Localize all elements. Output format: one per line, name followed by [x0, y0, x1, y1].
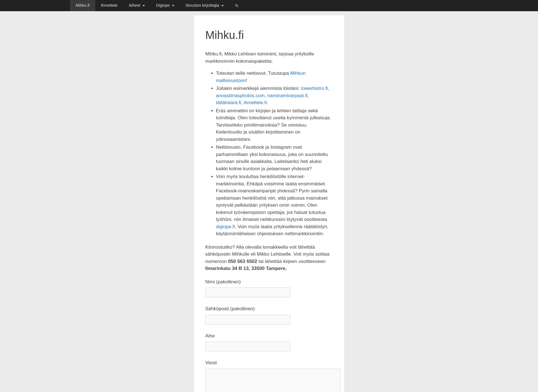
text: Toteutan teille nettisivut. Tutustupa	[216, 71, 291, 76]
link-towerbistro[interactable]: towerbistro.fi	[301, 86, 328, 91]
link-digiope[interactable]: digiope.fi	[216, 224, 235, 229]
list-item: Toteutan teille nettisivut. Tutustupa Mi…	[216, 70, 333, 84]
text: Joitakin esimerkkejä aiemmista töistäni:	[216, 86, 301, 91]
text: ,	[241, 100, 244, 105]
subject-input[interactable]	[205, 342, 290, 351]
text: ,	[328, 86, 329, 91]
link-tattahaara[interactable]: tättähäärä.fi	[216, 100, 241, 105]
nav-item-mihku[interactable]: Mihku.fi	[70, 0, 95, 11]
email-input[interactable]	[205, 315, 290, 325]
nav-label: Ihmettele	[101, 3, 118, 9]
link-ihmettele[interactable]: ihmettele.fi	[244, 100, 267, 105]
text: Voin myös kouluttaa henkilöstölle intern…	[216, 174, 328, 222]
list-item: Voin myös kouluttaa henkilöstölle intern…	[216, 173, 333, 237]
form-group-message: Viesti	[205, 359, 333, 392]
nav-item-aiheet[interactable]: Aiheet	[123, 0, 150, 11]
nav-label: Digiope	[156, 3, 170, 9]
contact-paragraph: Kiinnostuitko? Alla olevalla lomakkeella…	[205, 244, 333, 272]
email-label: Sähköposti (pakollinen)	[205, 305, 333, 312]
chevron-down-icon	[221, 5, 224, 6]
nav-label: Mihku.fi	[76, 3, 90, 9]
chevron-down-icon	[143, 5, 145, 6]
message-textarea[interactable]	[205, 369, 340, 392]
text: tai lähettää kirjeen osoitteeseen	[257, 259, 326, 264]
nav-item-digiope[interactable]: Digiope	[150, 0, 180, 11]
nav-search-button[interactable]	[229, 0, 245, 11]
nav-item-sivuston-kirjoittajia[interactable]: Sivuston kirjoittajia	[180, 0, 229, 11]
link-annastiinasphotos[interactable]: annastiinasphotos.com	[216, 93, 265, 98]
link-naminamivarpaat[interactable]: naminamivarpaat.fi	[267, 93, 308, 98]
form-group-email: Sähköposti (pakollinen)	[205, 305, 333, 325]
message-label: Viesti	[205, 359, 333, 367]
content-wrapper: Mihku.fi Mihku.fi, Mikko Lehtisen toimin…	[124, 11, 414, 392]
nav-label: Aiheet	[129, 3, 140, 9]
form-group-subject: Aihe	[205, 332, 333, 352]
nav-label: Sivuston kirjoittajia	[185, 3, 219, 9]
intro-paragraph: Mihku.fi, Mikko Lehtisen toiminimi, tarj…	[205, 50, 333, 65]
text: !	[246, 78, 247, 83]
services-list: Toteutan teille nettisivut. Tutustupa Mi…	[205, 70, 333, 237]
text: .	[267, 100, 268, 105]
name-input[interactable]	[205, 288, 290, 297]
form-group-name: Nimi (pakollinen)	[205, 278, 333, 298]
search-icon	[235, 4, 239, 8]
top-navigation: Mihku.fi Ihmettele Aiheet Digiope Sivust…	[0, 0, 538, 11]
phone-number: 050 563 6502	[228, 259, 257, 264]
list-item: Nettisivusto, Facebook ja Instagram ovat…	[216, 144, 333, 172]
list-item: Joitakin esimerkkejä aiemmista töistäni:…	[216, 85, 333, 106]
postal-address: Ilmarinkatu 34 B 13, 33500 Tampere.	[205, 266, 287, 271]
text: ,	[307, 93, 309, 98]
contact-form: Nimi (pakollinen) Sähköposti (pakollinen…	[205, 278, 333, 392]
main-content: Mihku.fi Mihku.fi, Mikko Lehtisen toimin…	[194, 15, 344, 392]
chevron-down-icon	[172, 5, 174, 6]
nav-item-ihmettele[interactable]: Ihmettele	[95, 0, 123, 11]
name-label: Nimi (pakollinen)	[205, 278, 333, 286]
text: ,	[265, 93, 267, 98]
list-item: Eräs ammattini on kirjojen ja lehtien ta…	[216, 107, 333, 143]
page-title: Mihku.fi	[205, 27, 333, 43]
subject-label: Aihe	[205, 332, 333, 340]
